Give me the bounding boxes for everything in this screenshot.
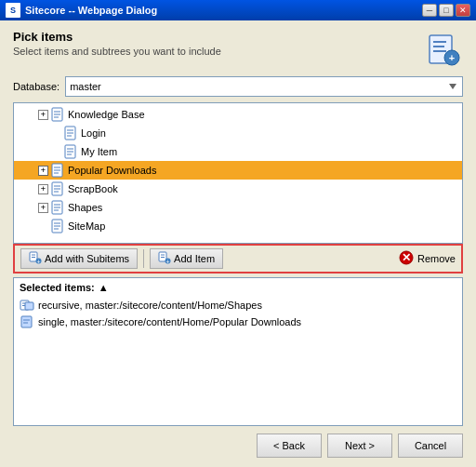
- svg-text:+: +: [449, 52, 455, 63]
- dialog-body: Pick items Select items and subtrees you…: [0, 20, 476, 467]
- tree-item-shapes[interactable]: + Shapes: [14, 198, 462, 217]
- selected-items-area: Selected items: ▲ recursive, master:/sit…: [13, 277, 463, 426]
- page-icon-popular-downloads: [50, 163, 65, 178]
- remove-icon: ✕: [399, 250, 414, 267]
- selected-path-shapes: recursive, master:/sitecore/content/Home…: [38, 300, 262, 311]
- add-subitems-icon: +: [29, 251, 42, 266]
- svg-rect-1: [433, 41, 446, 43]
- app-icon: S: [6, 3, 20, 18]
- tree-item-sitemap[interactable]: SiteMap: [14, 217, 462, 235]
- maximize-button[interactable]: □: [439, 4, 454, 17]
- page-icon-shapes: [50, 200, 65, 215]
- action-row: + Add with Subitems + Add Item: [13, 244, 463, 274]
- svg-rect-3: [433, 50, 446, 52]
- tree-label-shapes: Shapes: [68, 202, 102, 213]
- tree-container[interactable]: + Knowledge Base Login: [13, 102, 463, 244]
- sort-icon: ▲: [99, 282, 109, 293]
- tree-item-my-item[interactable]: My Item: [14, 142, 462, 161]
- selected-item-popular-downloads[interactable]: single, master:/sitecore/content/Home/Po…: [20, 314, 456, 330]
- remove-label: Remove: [417, 253, 456, 264]
- page-icon-my-item: [63, 144, 78, 159]
- titlebar: S Sitecore -- Webpage Dialog ─ □ ✕: [0, 0, 476, 20]
- selected-items-header: Selected items: ▲: [20, 282, 456, 293]
- single-icon: [20, 314, 34, 329]
- page-icon-sitemap: [50, 219, 65, 234]
- tree-label-my-item: My Item: [81, 146, 117, 157]
- page-title: Pick items: [13, 30, 221, 44]
- selected-item-shapes[interactable]: recursive, master:/sitecore/content/Home…: [20, 297, 456, 314]
- header-section: Pick items Select items and subtrees you…: [13, 30, 463, 69]
- items-icon: +: [426, 32, 461, 67]
- database-label: Database:: [13, 81, 60, 92]
- tree-label-login: Login: [81, 127, 106, 139]
- add-with-subitems-button[interactable]: + Add with Subitems: [20, 248, 138, 269]
- add-item-icon: +: [158, 251, 171, 266]
- back-button[interactable]: < Back: [257, 434, 322, 458]
- tree-item-login[interactable]: Login: [14, 124, 462, 142]
- tree-label-scrapbook: ScrapBook: [68, 183, 118, 194]
- svg-text:✕: ✕: [402, 251, 411, 264]
- svg-text:+: +: [166, 259, 170, 265]
- database-select[interactable]: master web core: [65, 76, 463, 97]
- header-icon: +: [424, 30, 463, 69]
- add-item-button[interactable]: + Add Item: [150, 248, 223, 269]
- expand-knowledge-base[interactable]: +: [38, 110, 48, 120]
- svg-text:+: +: [36, 259, 40, 265]
- page-icon-login: [63, 126, 78, 140]
- expand-popular-downloads[interactable]: +: [38, 166, 48, 176]
- tree-label-sitemap: SiteMap: [68, 220, 105, 232]
- minimize-button[interactable]: ─: [422, 4, 437, 17]
- tree-item-scrapbook[interactable]: + ScrapBook: [14, 180, 462, 198]
- tree-item-popular-downloads[interactable]: + Popular Downloads: [14, 161, 462, 180]
- bottom-row: < Back Next > Cancel: [13, 434, 463, 458]
- expand-shapes[interactable]: +: [38, 203, 48, 213]
- selected-path-popular-downloads: single, master:/sitecore/content/Home/Po…: [38, 316, 301, 327]
- database-row: Database: master web core: [13, 76, 463, 97]
- expand-scrapbook[interactable]: +: [38, 184, 48, 194]
- page-icon-knowledge-base: [50, 107, 65, 122]
- tree-label-popular-downloads: Popular Downloads: [68, 165, 156, 176]
- window-title: Sitecore -- Webpage Dialog: [25, 5, 157, 16]
- tree-item-knowledge-base[interactable]: + Knowledge Base: [14, 105, 462, 124]
- page-icon-scrapbook: [50, 181, 65, 196]
- action-separator: [143, 249, 144, 268]
- tree-inner: + Knowledge Base Login: [14, 103, 462, 237]
- selected-items-label: Selected items:: [20, 282, 95, 293]
- tree-label-knowledge-base: Knowledge Base: [68, 109, 145, 120]
- page-subtitle: Select items and subtrees you want to in…: [13, 46, 221, 57]
- remove-button[interactable]: ✕ Remove: [399, 250, 456, 267]
- header-text: Pick items Select items and subtrees you…: [13, 30, 221, 57]
- svg-rect-50: [21, 316, 32, 327]
- window-controls: ─ □ ✕: [422, 4, 470, 17]
- close-button[interactable]: ✕: [456, 4, 470, 17]
- svg-rect-2: [433, 46, 444, 47]
- next-button[interactable]: Next >: [327, 434, 392, 458]
- svg-rect-49: [25, 302, 33, 310]
- add-item-label: Add Item: [174, 253, 215, 264]
- cancel-button[interactable]: Cancel: [398, 434, 463, 458]
- add-with-subitems-label: Add with Subitems: [45, 253, 129, 264]
- recursive-icon: [20, 298, 34, 313]
